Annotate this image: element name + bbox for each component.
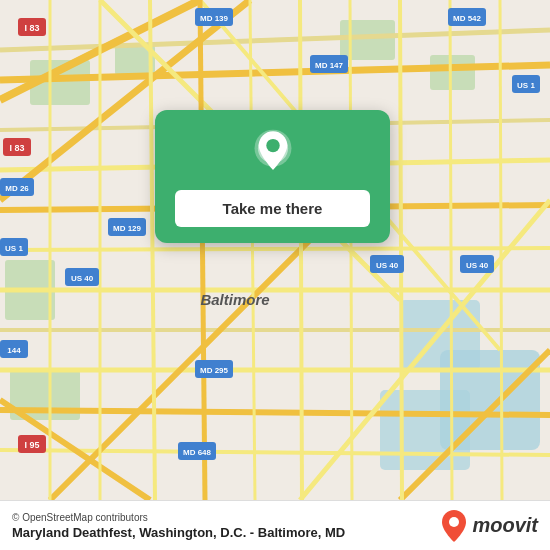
map-container: I 83 I 83 MD 542 MD 139 MD 147 US 1 MD 2… <box>0 0 550 500</box>
svg-text:144: 144 <box>7 346 21 355</box>
svg-line-37 <box>400 0 402 500</box>
svg-text:US 40: US 40 <box>376 261 399 270</box>
svg-line-16 <box>0 248 550 250</box>
map-attribution: © OpenStreetMap contributors <box>12 512 345 523</box>
svg-text:MD 147: MD 147 <box>315 61 344 70</box>
location-name: Maryland Deathfest, Washington, D.C. - B… <box>12 525 345 540</box>
svg-text:US 1: US 1 <box>517 81 535 90</box>
svg-text:MD 295: MD 295 <box>200 366 229 375</box>
bottom-left: © OpenStreetMap contributors Maryland De… <box>12 512 345 540</box>
svg-text:I 83: I 83 <box>24 23 39 33</box>
svg-point-75 <box>266 139 279 152</box>
svg-text:I 95: I 95 <box>24 440 39 450</box>
svg-text:US 1: US 1 <box>5 244 23 253</box>
moovit-logo: moovit <box>441 510 538 542</box>
svg-line-35 <box>300 0 302 500</box>
svg-text:US 40: US 40 <box>71 274 94 283</box>
take-me-there-button[interactable]: Take me there <box>175 190 370 227</box>
svg-rect-5 <box>430 55 475 90</box>
map-svg: I 83 I 83 MD 542 MD 139 MD 147 US 1 MD 2… <box>0 0 550 500</box>
svg-text:MD 139: MD 139 <box>200 14 229 23</box>
svg-rect-4 <box>340 20 395 60</box>
svg-text:Baltimore: Baltimore <box>200 291 269 308</box>
svg-line-36 <box>350 0 352 500</box>
moovit-pin-icon <box>441 510 467 542</box>
location-card[interactable]: Take me there <box>155 110 390 243</box>
bottom-bar: © OpenStreetMap contributors Maryland De… <box>0 500 550 550</box>
map-pin-icon <box>247 128 299 180</box>
svg-point-76 <box>449 517 459 527</box>
svg-rect-10 <box>380 390 470 470</box>
svg-text:MD 129: MD 129 <box>113 224 142 233</box>
svg-text:I 83: I 83 <box>9 143 24 153</box>
svg-line-38 <box>450 0 452 500</box>
svg-text:MD 542: MD 542 <box>453 14 482 23</box>
svg-text:MD 648: MD 648 <box>183 448 212 457</box>
svg-text:US 40: US 40 <box>466 261 489 270</box>
svg-text:MD 26: MD 26 <box>5 184 29 193</box>
moovit-brand-text: moovit <box>472 514 538 537</box>
svg-line-39 <box>500 0 502 500</box>
